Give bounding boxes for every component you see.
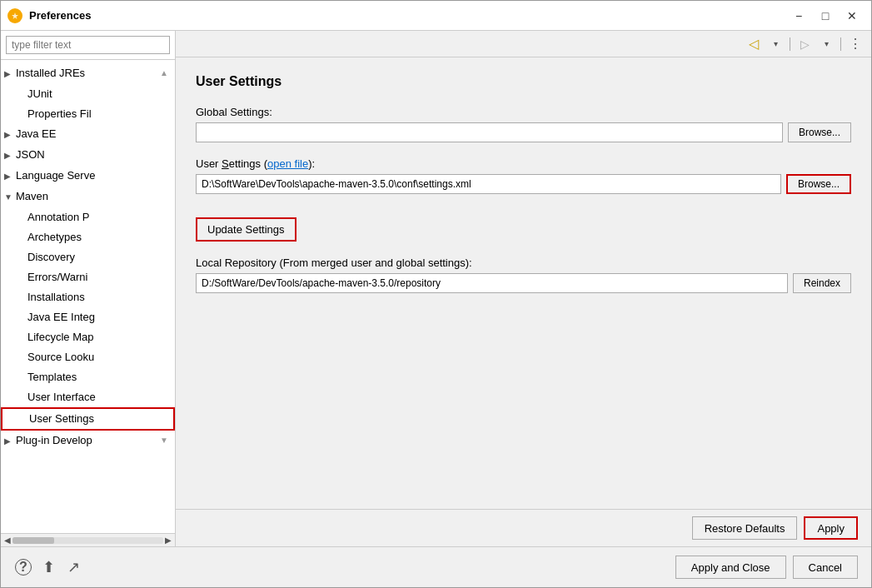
sidebar-item-installations[interactable]: Installations bbox=[1, 287, 175, 307]
user-settings-label: User Settings (open file): bbox=[196, 157, 851, 170]
window-title: Preferences bbox=[29, 9, 786, 22]
sidebar-tree[interactable]: ▶Installed JREs ▲ JUnit Properties Fil ▶… bbox=[1, 60, 175, 533]
tree-item-label: Lifecycle Map bbox=[27, 331, 93, 343]
sidebar-scrollbar[interactable]: ◀ ▶ bbox=[1, 533, 175, 546]
tree-item-label: Source Looku bbox=[27, 351, 94, 363]
sidebar-item-templates[interactable]: Templates bbox=[1, 367, 175, 387]
sidebar: ▶Installed JREs ▲ JUnit Properties Fil ▶… bbox=[1, 31, 176, 546]
maximize-button[interactable]: □ bbox=[813, 6, 838, 26]
local-repo-input[interactable] bbox=[196, 273, 788, 293]
forward-icon: ▷ bbox=[800, 37, 810, 51]
scroll-right-arrow[interactable]: ▶ bbox=[165, 536, 172, 545]
filter-input[interactable] bbox=[6, 36, 170, 54]
back-dropdown-button[interactable]: ▾ bbox=[766, 35, 785, 53]
app-icon bbox=[7, 8, 22, 23]
sidebar-item-installed-jres[interactable]: ▶Installed JREs ▲ bbox=[1, 63, 175, 84]
sidebar-item-discovery[interactable]: Discovery bbox=[1, 247, 175, 267]
restore-defaults-button[interactable]: Restore Defaults bbox=[692, 516, 798, 540]
sidebar-item-source-looku[interactable]: Source Looku bbox=[1, 347, 175, 367]
footer: ? ⬆ ↗ Apply and Close Cancel bbox=[1, 546, 871, 587]
sidebar-item-java-ee[interactable]: ▶Java EE bbox=[1, 124, 175, 145]
tree-item-label: Archetypes bbox=[27, 231, 82, 243]
sidebar-item-java-ee-integ[interactable]: Java EE Integ bbox=[1, 307, 175, 327]
tree-item-label: Plug-in Develop bbox=[16, 434, 92, 446]
panel-title: User Settings bbox=[196, 74, 851, 89]
user-settings-browse-button[interactable]: Browse... bbox=[786, 174, 851, 194]
cancel-button[interactable]: Cancel bbox=[793, 556, 858, 579]
tree-item-label: Installations bbox=[27, 291, 85, 303]
sidebar-item-plug-in-develop[interactable]: ▶Plug-in Develop ▼ bbox=[1, 431, 175, 451]
sidebar-item-errors-warni[interactable]: Errors/Warni bbox=[1, 267, 175, 287]
tree-item-label: User Settings bbox=[29, 412, 94, 425]
user-settings-label-text2: ): bbox=[308, 157, 315, 170]
minimize-button[interactable]: − bbox=[786, 6, 811, 26]
expand-icon: ▶ bbox=[4, 147, 14, 164]
expand-icon: ▶ bbox=[4, 66, 14, 82]
preferences-window: Preferences − □ ✕ ▶Installed JREs ▲ JUni… bbox=[0, 0, 872, 588]
tree-item-label: JSON bbox=[16, 148, 45, 161]
close-button[interactable]: ✕ bbox=[840, 6, 865, 26]
tree-item-label: Language Serve bbox=[16, 169, 95, 182]
tree-item-label: Maven bbox=[16, 190, 48, 202]
local-repo-input-row: Reindex bbox=[196, 273, 851, 293]
apply-and-close-button[interactable]: Apply and Close bbox=[675, 556, 786, 579]
sidebar-item-lifecycle-map[interactable]: Lifecycle Map bbox=[1, 327, 175, 347]
title-bar: Preferences − □ ✕ bbox=[1, 1, 871, 31]
expand-icon: ▶ bbox=[4, 127, 14, 143]
user-settings-input[interactable] bbox=[196, 174, 781, 194]
tree-item-label: User Interface bbox=[27, 391, 96, 403]
tree-item-label: JUnit bbox=[27, 87, 52, 100]
global-settings-label: Global Settings: bbox=[196, 106, 851, 118]
forward-button[interactable]: ▷ bbox=[795, 35, 814, 53]
export-icon: ↗ bbox=[67, 558, 80, 576]
tree-item-label: Java EE bbox=[16, 127, 56, 140]
menu-button[interactable]: ⋮ bbox=[846, 35, 865, 53]
forward-dropdown-button[interactable]: ▾ bbox=[817, 35, 835, 53]
bottom-bar: Restore Defaults Apply bbox=[176, 509, 871, 546]
h-scrollbar-track[interactable] bbox=[12, 537, 163, 544]
sidebar-item-annotation-p[interactable]: Annotation P bbox=[1, 207, 175, 227]
panel-body: User Settings Global Settings: Browse...… bbox=[176, 57, 871, 509]
sidebar-item-junit[interactable]: JUnit bbox=[1, 84, 175, 104]
sidebar-item-user-interface[interactable]: User Interface bbox=[1, 387, 175, 407]
global-settings-browse-button[interactable]: Browse... bbox=[788, 122, 851, 142]
sidebar-item-properties-fil[interactable]: Properties Fil bbox=[1, 104, 175, 124]
import-icon: ⬆ bbox=[42, 558, 55, 576]
back-button[interactable]: ◁ bbox=[745, 35, 763, 53]
sidebar-item-language-serve[interactable]: ▶Language Serve bbox=[1, 166, 175, 187]
global-settings-input[interactable] bbox=[196, 122, 783, 142]
tree-item-label: Installed JREs bbox=[16, 67, 85, 79]
right-panel: ◁ ▾ ▷ ▾ ⋮ User Settings bbox=[176, 31, 871, 546]
main-content: ▶Installed JREs ▲ JUnit Properties Fil ▶… bbox=[1, 31, 871, 546]
update-settings-button[interactable]: Update Settings bbox=[196, 217, 296, 242]
import-button[interactable]: ⬆ bbox=[39, 558, 57, 576]
sidebar-item-json[interactable]: ▶JSON bbox=[1, 145, 175, 166]
export-button[interactable]: ↗ bbox=[64, 558, 82, 576]
tree-item-label: Errors/Warni bbox=[27, 271, 87, 283]
sidebar-item-user-settings[interactable]: User Settings bbox=[1, 407, 175, 431]
toolbar-separator bbox=[790, 37, 790, 51]
help-icon: ? bbox=[15, 559, 32, 576]
help-button[interactable]: ? bbox=[14, 558, 32, 576]
apply-button[interactable]: Apply bbox=[804, 516, 858, 540]
h-scrollbar-thumb bbox=[12, 537, 54, 544]
scroll-left-arrow[interactable]: ◀ bbox=[4, 536, 11, 545]
window-controls: − □ ✕ bbox=[786, 6, 865, 26]
sidebar-item-archetypes[interactable]: Archetypes bbox=[1, 227, 175, 247]
open-file-link[interactable]: open file bbox=[267, 157, 308, 170]
update-settings-area: Update Settings bbox=[196, 209, 851, 257]
forward-dropdown-icon: ▾ bbox=[825, 39, 829, 48]
footer-left: ? ⬆ ↗ bbox=[14, 558, 669, 576]
reindex-button[interactable]: Reindex bbox=[793, 273, 851, 293]
user-settings-label-text1: User Settings ( bbox=[196, 157, 267, 170]
expand-icon: ▶ bbox=[4, 168, 14, 185]
sidebar-item-maven[interactable]: ▼Maven bbox=[1, 187, 175, 207]
scroll-down-indicator: ▼ bbox=[160, 432, 168, 449]
toolbar-separator-2 bbox=[840, 37, 841, 51]
user-settings-input-row: Browse... bbox=[196, 174, 851, 194]
user-settings-section: User Settings (open file): Browse... bbox=[196, 157, 851, 194]
tree-item-label: Annotation P bbox=[27, 211, 89, 223]
tree-item-label: Java EE Integ bbox=[27, 311, 95, 323]
tree-item-label: Properties Fil bbox=[27, 107, 92, 120]
tree-item-label: Templates bbox=[27, 371, 77, 383]
